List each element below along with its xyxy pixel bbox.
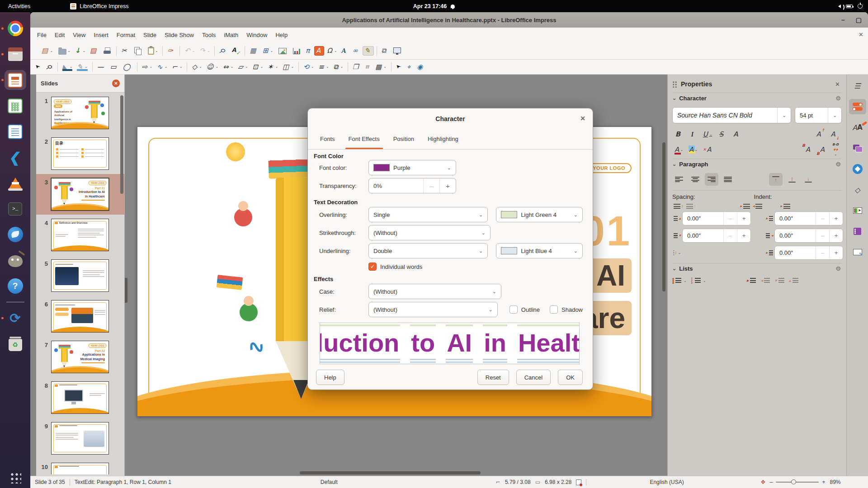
- cancel-button[interactable]: Cancel: [516, 370, 551, 385]
- image-filter-icon[interactable]: ▩⌄: [373, 62, 388, 72]
- dock-item-vlc[interactable]: [5, 173, 26, 193]
- lists-section-header[interactable]: ⌄ Lists ⚙: [672, 263, 842, 274]
- tab-highlighting[interactable]: Highlighting: [421, 129, 465, 149]
- dock-item-vscode[interactable]: ❮: [5, 147, 26, 167]
- minimize-button[interactable]: –: [841, 16, 845, 23]
- dialog-close-icon[interactable]: ✕: [580, 115, 585, 122]
- block-arrows-icon[interactable]: ⇔⌄: [221, 62, 235, 72]
- underline-button[interactable]: U⌄: [701, 128, 714, 141]
- paragraph-settings-icon[interactable]: ⚙: [835, 161, 842, 168]
- menu-tools[interactable]: Tools: [198, 28, 220, 42]
- slide-thumbnail-6[interactable]: 6: [36, 296, 124, 337]
- insert-image-icon[interactable]: [276, 47, 289, 56]
- strikethrough-button[interactable]: S: [716, 128, 728, 141]
- slide-style[interactable]: Default: [321, 479, 338, 485]
- window-titlebar[interactable]: Applications of Artificial Intelligence …: [30, 12, 868, 28]
- connector-icon[interactable]: ⌐⌄: [170, 62, 184, 72]
- spacing-below-field[interactable]: 0.00″–+: [682, 229, 751, 243]
- indent-after-field[interactable]: 0.00″–+: [774, 229, 843, 243]
- select-icon[interactable]: ➤: [33, 63, 43, 71]
- font-color-button[interactable]: A⌄: [672, 143, 685, 156]
- character-settings-icon[interactable]: ⚙: [835, 95, 842, 102]
- sidebar-styles-icon[interactable]: AA: [849, 120, 866, 135]
- activities-button[interactable]: Activities: [0, 0, 38, 12]
- decrease-paragraph-spacing-icon[interactable]: ↕: [685, 203, 698, 210]
- insert-textbox-icon[interactable]: A: [314, 46, 324, 56]
- case-dropdown[interactable]: (Without) ⌄: [368, 284, 501, 299]
- tab-position[interactable]: Position: [387, 129, 421, 149]
- start-presentation-icon[interactable]: [391, 46, 404, 56]
- help-button[interactable]: Help: [316, 370, 344, 385]
- slide-thumbnail-3-selected[interactable]: 3 YOUR LOGO Part 01 Introduction to AIin…: [36, 174, 124, 215]
- lists-settings-icon[interactable]: ⚙: [835, 265, 842, 272]
- slide-thumbnail-1[interactable]: 1 YOUR LOGO 2023 Applications of Artific…: [36, 93, 124, 133]
- edit-points-icon[interactable]: ➤: [394, 63, 404, 71]
- find-replace-icon[interactable]: ⚲: [217, 46, 228, 56]
- demote-icon[interactable]: ▸: [746, 278, 756, 283]
- align-justify-button[interactable]: [721, 173, 735, 186]
- view-comments-icon[interactable]: [33, 50, 39, 52]
- hanging-indent-icon[interactable]: ▸: [779, 203, 792, 210]
- sidebar-properties-icon[interactable]: [849, 99, 866, 114]
- fill-color-icon[interactable]: ◣⌄: [61, 62, 74, 72]
- print-icon[interactable]: [101, 46, 113, 56]
- save-icon[interactable]: ↓⌄: [73, 46, 87, 56]
- clock[interactable]: Apr 23 17:46: [413, 3, 455, 9]
- insert-line-icon[interactable]: —: [95, 62, 108, 72]
- align-center-button[interactable]: [689, 173, 702, 186]
- increase-indent-icon[interactable]: ▸: [739, 203, 751, 210]
- fit-slide-icon[interactable]: ✥: [761, 479, 765, 485]
- ordered-list-icon[interactable]: 1 2 3⌄: [691, 277, 706, 284]
- paste-icon[interactable]: ⌄: [145, 46, 160, 56]
- system-tray[interactable]: [838, 4, 863, 9]
- menu-window[interactable]: Window: [242, 28, 271, 42]
- show-applications-button[interactable]: [9, 472, 21, 483]
- spelling-icon[interactable]: [229, 46, 242, 56]
- rectangle-icon[interactable]: ▭: [108, 62, 120, 72]
- duplicate-slide-icon[interactable]: ⧉: [380, 46, 390, 56]
- symbol-shapes-icon[interactable]: ☺⌄: [205, 62, 220, 72]
- dock-item-trash[interactable]: ♻: [5, 334, 26, 354]
- clone-formatting-icon[interactable]: ✑: [165, 46, 177, 56]
- fontwork-icon[interactable]: A: [340, 46, 349, 56]
- highlight-color-button[interactable]: A⌄: [687, 143, 699, 156]
- first-line-indent-field[interactable]: 0.00″–+: [774, 246, 843, 260]
- to-curve-icon[interactable]: ◉: [415, 62, 426, 72]
- decrease-indent-icon[interactable]: ◂: [751, 203, 764, 210]
- close-document-button[interactable]: ✕: [859, 31, 863, 38]
- font-color-dropdown[interactable]: Purple ⌄: [368, 160, 456, 175]
- menu-file[interactable]: File: [33, 28, 51, 42]
- special-character-icon[interactable]: Ω⌄: [325, 46, 339, 56]
- zoom-slider[interactable]: [776, 482, 819, 483]
- indent-before-field[interactable]: 0.00″–+: [774, 211, 843, 225]
- reset-button[interactable]: Reset: [477, 370, 509, 385]
- slide-thumbnail-2[interactable]: 2 目录: [36, 133, 124, 174]
- focused-app-indicator[interactable]: LibreOffice Impress: [70, 3, 128, 9]
- zoom-control[interactable]: – +: [770, 479, 826, 485]
- move-down-icon[interactable]: ▾: [774, 278, 784, 283]
- panel-grip-icon[interactable]: [672, 81, 677, 88]
- individual-words-checkbox[interactable]: ✓: [368, 263, 377, 271]
- menu-help[interactable]: Help: [271, 28, 292, 42]
- menu-slide[interactable]: Slide: [139, 28, 160, 42]
- decrease-font-size-button[interactable]: A↓: [829, 128, 842, 141]
- line-color-icon[interactable]: ✎⌄: [75, 62, 89, 72]
- zoom-pan-icon[interactable]: ⚲: [44, 62, 55, 72]
- unordered-list-icon[interactable]: ⌄: [672, 278, 687, 284]
- curve-polygon-icon[interactable]: ∿⌄: [155, 62, 169, 72]
- sidebar-animation-icon[interactable]: [849, 224, 866, 239]
- dock-item-terminal[interactable]: >_: [5, 199, 26, 219]
- zoom-in-button[interactable]: +: [822, 479, 825, 485]
- strikethrough-dropdown[interactable]: (Without) ⌄: [368, 225, 491, 240]
- increase-font-size-button[interactable]: A↑: [815, 128, 827, 141]
- character-spacing-button[interactable]: B-D↔⌄: [829, 143, 842, 156]
- dock-item-gimp[interactable]: [5, 250, 26, 270]
- dock-item-calc[interactable]: [5, 96, 26, 116]
- arrange-icon[interactable]: ⧉⌄: [332, 62, 345, 72]
- slide-thumbnail-4[interactable]: 4 Definition and Overview: [36, 215, 124, 255]
- tab-fonts[interactable]: Fonts: [313, 129, 342, 149]
- text-language[interactable]: English (USA): [650, 479, 684, 485]
- dock-item-impress[interactable]: [5, 70, 26, 90]
- sidebar-navigator-icon[interactable]: [849, 161, 866, 177]
- paragraph-section-header[interactable]: ⌄ Paragraph ⚙: [672, 159, 842, 169]
